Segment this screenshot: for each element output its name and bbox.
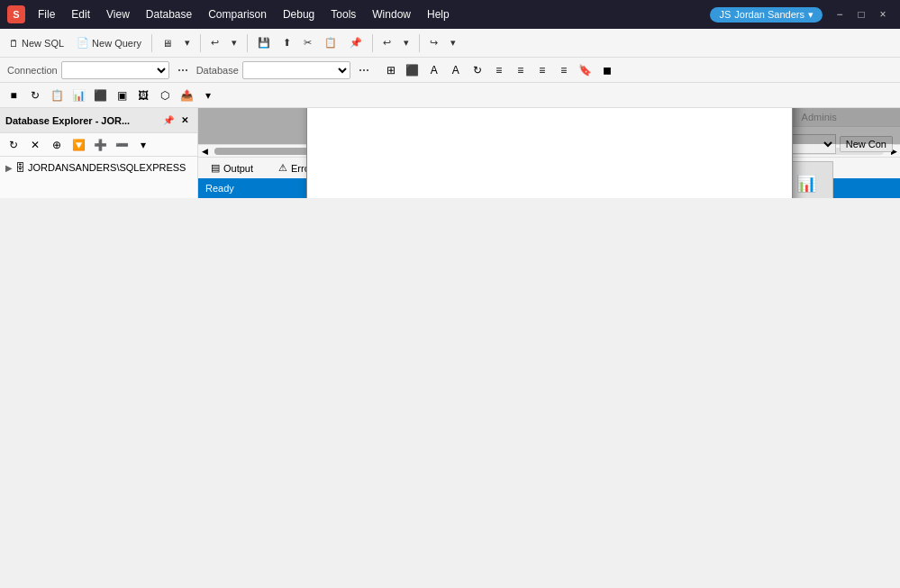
user-name: Jordan Sanders — [734, 9, 805, 20]
new-query-button[interactable]: 📄 New Query — [71, 32, 147, 54]
new-query-label: New Query — [92, 38, 141, 49]
tb3-icon-6[interactable]: ⬡ — [155, 86, 175, 105]
output-tab[interactable]: ▤ Output — [202, 160, 262, 176]
menu-edit[interactable]: Edit — [64, 6, 97, 23]
connection-select[interactable] — [61, 61, 169, 79]
refresh-icon[interactable]: ↻ — [468, 60, 487, 80]
menu-database[interactable]: Database — [139, 6, 199, 23]
menu-view[interactable]: View — [99, 6, 137, 23]
user-badge: JS Jordan Sanders ▾ — [710, 7, 823, 23]
toolbar2-icon-3[interactable]: A — [424, 60, 444, 80]
toolbar2-icon-9[interactable]: 🔖 — [576, 60, 595, 80]
database-select[interactable] — [242, 61, 350, 79]
database-more-icon[interactable]: ⋯ — [354, 60, 374, 80]
tb3-icon-1[interactable]: 📋 — [47, 86, 67, 105]
toolbar2-icon-10[interactable]: ◼ — [597, 60, 617, 80]
database-label: Database — [196, 65, 239, 76]
toolbar-btn-2[interactable]: ▾ — [179, 32, 195, 54]
sidebar-more-icon[interactable]: ▾ — [133, 135, 153, 155]
tb3-icon-5[interactable]: 🖼 — [133, 86, 153, 105]
toolbar-btn-8[interactable]: 📋 — [319, 32, 342, 54]
undo-drop-button[interactable]: ▾ — [398, 32, 414, 54]
toolbar2-icon-6[interactable]: ≡ — [511, 60, 531, 80]
sidebar-close-icon[interactable]: ✕ — [177, 113, 192, 128]
tree-item-root[interactable]: ▶ 🗄 JORDANSANDERS\SQLEXPRESS — [0, 160, 197, 175]
toolbar2-icon-1[interactable]: ⊞ — [381, 60, 401, 80]
new-sql-icon: 🗒 — [9, 38, 19, 49]
menu-help[interactable]: Help — [420, 6, 457, 23]
sidebar-filter-icon[interactable]: 🔽 — [68, 135, 88, 155]
toolbar2-icon-8[interactable]: ≡ — [554, 60, 574, 80]
tb3-icon-3[interactable]: ⬛ — [90, 86, 110, 105]
sidebar-connect-icon[interactable]: ⊕ — [47, 135, 67, 155]
menu-file[interactable]: File — [31, 6, 62, 23]
toolbar2-icon-4[interactable]: A — [446, 60, 466, 80]
arrow-icon: ↩ — [211, 37, 219, 49]
connection-more-icon[interactable]: ⋯ — [173, 60, 193, 80]
connection-toolbar: Connection ⋯ Database ⋯ ⊞ ⬛ A A ↻ ≡ ≡ ≡ … — [0, 58, 900, 83]
tb3-icon-2[interactable]: 📊 — [68, 86, 88, 105]
toolbar-btn-6[interactable]: ⬆ — [277, 32, 296, 54]
tb3-icon-7[interactable]: 📤 — [177, 86, 196, 105]
cut-icon: ✂ — [304, 37, 312, 49]
arrow-drop-icon: ▾ — [232, 37, 237, 49]
sidebar-pin-icon[interactable]: 📌 — [161, 113, 176, 128]
toolbar2-icon-7[interactable]: ≡ — [532, 60, 552, 80]
toolbar-btn-9[interactable]: 📌 — [344, 32, 368, 54]
menu-debug[interactable]: Debug — [276, 6, 322, 23]
upload-icon: ⬆ — [283, 37, 291, 49]
menu-tools[interactable]: Tools — [323, 6, 363, 23]
modal-overlay: Import and Export Settings Wizard ✕ Impo… — [198, 108, 900, 144]
toolbar-separator-1 — [151, 34, 152, 52]
toolbar-btn-4[interactable]: ▾ — [226, 32, 242, 54]
refresh2-icon[interactable]: ↻ — [25, 86, 45, 105]
toolbar2-icon-5[interactable]: ≡ — [489, 60, 509, 80]
title-bar: S File Edit View Database Comparison Deb… — [0, 0, 900, 29]
redo-button[interactable]: ↪ — [424, 32, 443, 54]
toolbar-separator-2 — [200, 34, 201, 52]
sidebar-refresh-icon[interactable]: ↻ — [4, 135, 23, 155]
output-label: Output — [223, 163, 253, 174]
minimize-button[interactable]: − — [830, 5, 850, 24]
output-icon: ▤ — [211, 162, 220, 174]
redo-icon: ↪ — [430, 37, 438, 49]
sidebar-header-icons: 📌 ✕ — [161, 113, 192, 128]
stop-icon[interactable]: ■ — [4, 86, 23, 105]
toolbar-btn-5[interactable]: 💾 — [252, 32, 276, 54]
tb3-icon-4[interactable]: ▣ — [112, 86, 132, 105]
dropdown-icon: ▾ — [185, 37, 190, 49]
undo-button[interactable]: ↩ — [377, 32, 396, 54]
new-sql-button[interactable]: 🗒 New SQL — [4, 32, 69, 54]
sidebar-expand-icon[interactable]: ➕ — [90, 135, 110, 155]
new-sql-label: New SQL — [22, 38, 64, 49]
editor-area: Database Sync Adminis SS New Con 📊 docum… — [198, 108, 900, 144]
redo-drop-button[interactable]: ▾ — [445, 32, 461, 54]
toolbar2-icon-2[interactable]: ⬛ — [403, 60, 423, 80]
toolbar-btn-1[interactable]: 🖥 — [157, 32, 177, 54]
menu-comparison[interactable]: Comparison — [201, 6, 274, 23]
toolbar-separator-5 — [419, 34, 420, 52]
toolbar-btn-7[interactable]: ✂ — [298, 32, 317, 54]
app-icon: S — [7, 5, 25, 23]
error-icon: ⚠ — [278, 162, 287, 174]
title-bar-left: S File Edit View Database Comparison Deb… — [7, 5, 457, 23]
sidebar-toolbar: ↻ ✕ ⊕ 🔽 ➕ ➖ ▾ — [0, 133, 197, 157]
tb3-icon-8[interactable]: ▾ — [198, 86, 218, 105]
undo-icon: ↩ — [383, 37, 391, 49]
save-icon: 💾 — [258, 37, 270, 49]
secondary-toolbar: ■ ↻ 📋 📊 ⬛ ▣ 🖼 ⬡ 📤 ▾ — [0, 83, 900, 108]
tree-item-label: JORDANSANDERS\SQLEXPRESS — [28, 162, 186, 173]
menu-window[interactable]: Window — [365, 6, 418, 23]
user-dropdown-icon[interactable]: ▾ — [808, 9, 814, 21]
tree-expand-icon: ▶ — [5, 163, 13, 173]
sidebar-collapse-icon[interactable]: ➖ — [112, 135, 132, 155]
copy-icon: 📋 — [324, 37, 337, 49]
close-button[interactable]: × — [873, 5, 893, 24]
sidebar-disconnect-icon[interactable]: ✕ — [25, 135, 45, 155]
paste-icon: 📌 — [350, 37, 362, 49]
scroll-left-icon[interactable]: ◀ — [198, 145, 211, 158]
restore-button[interactable]: □ — [851, 5, 871, 24]
new-query-icon: 📄 — [77, 37, 89, 49]
toolbar-separator-4 — [372, 34, 373, 52]
toolbar-btn-3[interactable]: ↩ — [205, 32, 224, 54]
